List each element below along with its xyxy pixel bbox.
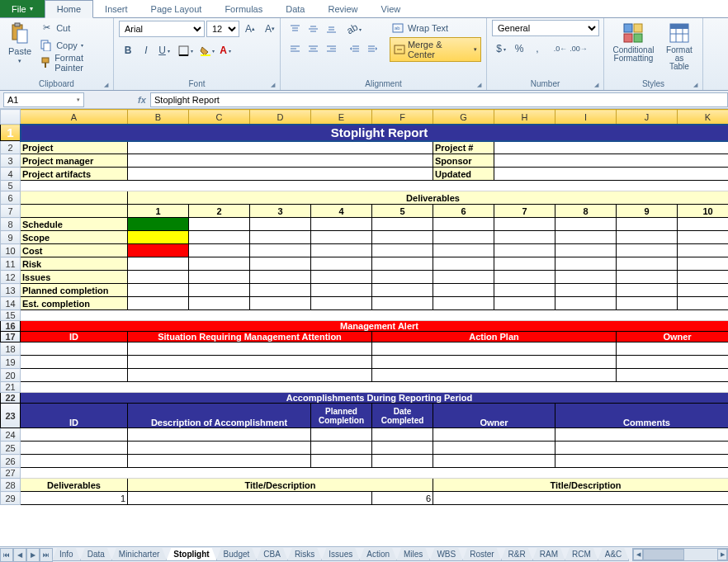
planned-label[interactable]: Planned completion — [21, 284, 128, 297]
deliv-10[interactable]: 10 — [678, 205, 729, 218]
sheet-tab-stoplight[interactable]: Stoplight — [166, 548, 216, 561]
sheet-tab-rcm[interactable]: RCM — [565, 548, 598, 561]
row-12[interactable]: 12 — [1, 271, 21, 284]
horizontal-scrollbar[interactable]: ◀ ▶ — [632, 548, 728, 561]
deliv-8[interactable]: 8 — [555, 205, 617, 218]
row-17[interactable]: 17 — [1, 332, 21, 342]
bottom-deliv[interactable]: Deliverables — [21, 479, 128, 492]
col-F[interactable]: F — [372, 110, 433, 125]
tab-view[interactable]: View — [370, 0, 413, 17]
deliverables-header[interactable]: Deliverables — [128, 191, 729, 205]
deliv-blank[interactable] — [21, 205, 128, 218]
sheet-tab-action[interactable]: Action — [359, 548, 397, 561]
sheet-tab-ram[interactable]: RAM — [532, 548, 565, 561]
artifacts-label[interactable]: Project artifacts — [21, 168, 128, 181]
blank-row[interactable] — [21, 181, 729, 191]
accomp-owner[interactable]: Owner — [433, 404, 555, 428]
dec-decimal-button[interactable]: .00→ — [570, 40, 588, 58]
scope-label[interactable]: Scope — [21, 231, 128, 244]
sheet-tab-miles[interactable]: Miles — [396, 548, 430, 561]
align-right-button[interactable] — [322, 40, 340, 58]
deliv-7[interactable]: 7 — [494, 205, 555, 218]
projectnum-value[interactable] — [494, 141, 729, 154]
deliv-4[interactable]: 4 — [311, 205, 372, 218]
col-E[interactable]: E — [311, 110, 372, 125]
tab-data[interactable]: Data — [274, 0, 316, 17]
artifacts-value[interactable] — [128, 168, 433, 181]
row-5[interactable]: 5 — [1, 181, 21, 191]
scope-1[interactable] — [128, 231, 189, 244]
tab-page-layout[interactable]: Page Layout — [139, 0, 214, 17]
accomp-id[interactable]: ID — [21, 404, 128, 428]
tab-nav-prev[interactable]: ◀ — [13, 548, 26, 562]
schedule-1[interactable] — [128, 218, 189, 231]
align-middle-button[interactable] — [304, 20, 322, 38]
deliv-2[interactable]: 2 — [189, 205, 250, 218]
scroll-thumb[interactable] — [643, 549, 684, 560]
col-G[interactable]: G — [433, 110, 494, 125]
row-11[interactable]: 11 — [1, 257, 21, 271]
tab-insert[interactable]: Insert — [93, 0, 139, 17]
accomp-planned[interactable]: Planned Completion — [311, 404, 372, 428]
name-box[interactable]: A1 — [3, 92, 84, 107]
mgmt-action[interactable]: Action Plan — [372, 332, 617, 342]
align-center-button[interactable] — [304, 40, 322, 58]
align-top-button[interactable] — [286, 20, 304, 38]
align-bottom-button[interactable] — [322, 20, 340, 38]
col-H[interactable]: H — [494, 110, 555, 125]
tab-review[interactable]: Review — [316, 0, 369, 17]
tab-nav-last[interactable]: ⏭ — [40, 548, 53, 562]
cost-label[interactable]: Cost — [21, 244, 128, 257]
format-painter-button[interactable]: Format Painter — [38, 54, 108, 70]
accomp-title[interactable]: Accomplishments During Reporting Period — [21, 393, 729, 404]
format-as-table-button[interactable]: Format as Table — [661, 20, 697, 73]
row-6[interactable]: 6 — [1, 191, 21, 205]
bottom-td1[interactable]: Title/Description — [128, 479, 433, 492]
risk-label[interactable]: Risk — [21, 257, 128, 271]
row-29[interactable]: 29 — [1, 492, 21, 505]
font-color-button[interactable]: A — [216, 41, 234, 59]
projectnum-label[interactable]: Project # — [433, 141, 494, 154]
wrap-text-button[interactable]: abWrap Text — [390, 20, 481, 35]
sponsor-value[interactable]: 0 — [494, 154, 729, 168]
row-10[interactable]: 10 — [1, 244, 21, 257]
bottom-n1[interactable]: 1 — [21, 492, 128, 505]
inc-decimal-button[interactable]: .0← — [551, 40, 570, 58]
col-B[interactable]: B — [128, 110, 189, 125]
row-16[interactable]: 16 — [1, 321, 21, 332]
updated-label[interactable]: Updated — [433, 168, 494, 181]
sheet-tab-info[interactable]: Info — [52, 548, 81, 561]
tab-formulas[interactable]: Formulas — [213, 0, 274, 17]
col-I[interactable]: I — [555, 110, 617, 125]
sheet-tab-risks[interactable]: Risks — [287, 548, 322, 561]
fx-icon[interactable]: fx — [134, 95, 150, 105]
underline-button[interactable]: U — [155, 41, 173, 59]
row-7[interactable]: 7 — [1, 205, 21, 218]
deliv-corner[interactable] — [21, 191, 128, 205]
row-21[interactable]: 21 — [1, 382, 21, 393]
col-K[interactable]: K — [678, 110, 729, 125]
cut-button[interactable]: ✂Cut — [38, 20, 108, 35]
row-3[interactable]: 3 — [1, 154, 21, 168]
cost-1[interactable] — [128, 244, 189, 257]
deliv-3[interactable]: 3 — [250, 205, 311, 218]
row-26[interactable]: 26 — [1, 455, 21, 468]
percent-button[interactable]: % — [510, 40, 528, 58]
file-tab[interactable]: File — [0, 0, 45, 17]
row-2[interactable]: 2 — [1, 141, 21, 154]
mgmt-title[interactable]: Management Alert — [21, 321, 729, 332]
col-J[interactable]: J — [617, 110, 678, 125]
sheet-tab-a&c[interactable]: A&C — [598, 548, 630, 561]
sheet-tab-r&r[interactable]: R&R — [501, 548, 533, 561]
sheet-tab-budget[interactable]: Budget — [216, 548, 258, 561]
mgmt-situation[interactable]: Situation Requiring Management Attention — [128, 332, 372, 342]
row-8[interactable]: 8 — [1, 218, 21, 231]
tab-nav-next[interactable]: ▶ — [26, 548, 40, 562]
accomp-comments[interactable]: Comments — [555, 404, 729, 428]
row-9[interactable]: 9 — [1, 231, 21, 244]
schedule-label[interactable]: Schedule — [21, 218, 128, 231]
deliv-9[interactable]: 9 — [617, 205, 678, 218]
accomp-date[interactable]: Date Completed — [372, 404, 433, 428]
formula-input[interactable]: Stoplight Report — [150, 92, 728, 107]
est-label[interactable]: Est. completion — [21, 297, 128, 310]
